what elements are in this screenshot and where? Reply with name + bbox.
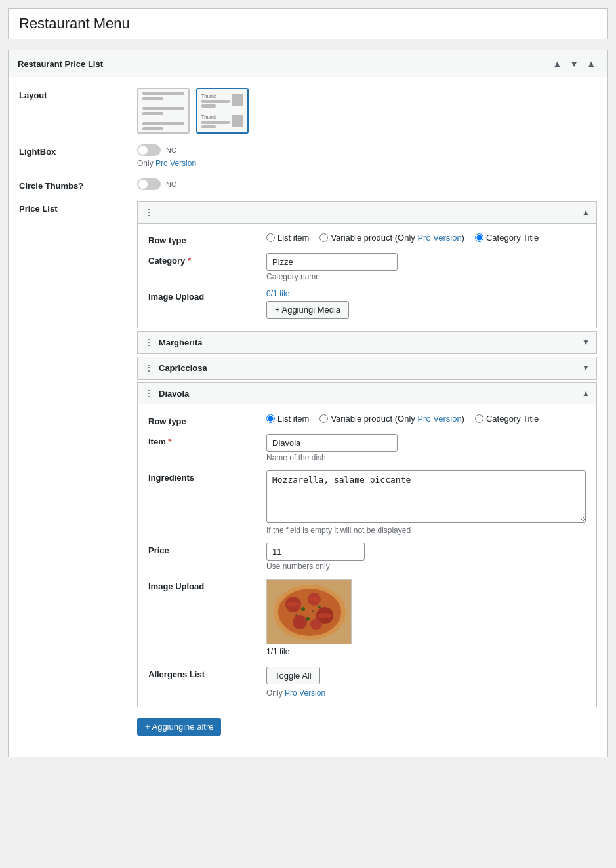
- price-list-items: ⋮ ▲ Row type: [137, 201, 597, 710]
- row-type-4: Row type List item: [148, 414, 586, 426]
- price-helper-4: Use numbers only: [266, 562, 586, 571]
- item-field-4: Item * Name of the dish: [148, 434, 586, 462]
- widget-down-button[interactable]: ▼: [567, 57, 581, 70]
- lightbox-helper: Only Pro Version: [137, 159, 597, 168]
- circle-thumbs-toggle[interactable]: [137, 178, 161, 190]
- pl-item-1-drag-handle[interactable]: ⋮: [144, 207, 154, 218]
- category-label-1: Category *: [148, 253, 266, 266]
- lightbox-toggle[interactable]: [137, 144, 161, 156]
- ingredients-helper-4: If the field is empty it will not be dis…: [266, 526, 586, 535]
- pl-item-1-chevron: ▲: [582, 208, 590, 217]
- radio-group-4: List item Variable product (Only Pro Ver…: [266, 414, 586, 424]
- pl-item-2-drag-handle[interactable]: ⋮: [144, 337, 154, 347]
- category-helper-1: Category name: [266, 272, 586, 281]
- pl-item-3-title: Capricciosa: [159, 363, 207, 373]
- variable-pro-link-1[interactable]: Pro Version: [417, 233, 461, 243]
- pl-item-2-header-left: ⋮ Margherita: [144, 337, 202, 347]
- widget-body: Layout: [9, 77, 607, 757]
- svg-point-15: [312, 610, 314, 612]
- image-upload-field-4: Image Upload: [148, 579, 586, 659]
- ingredients-label-4: Ingredients: [148, 470, 266, 483]
- category-field-1: Category * Category name: [148, 253, 586, 281]
- pl-item-3-header[interactable]: ⋮ Capricciosa ▼: [138, 357, 596, 379]
- toggle-all-button-4[interactable]: Toggle All: [266, 667, 320, 684]
- radio-list-item-1[interactable]: List item: [266, 233, 309, 243]
- layout-options: Thumb Thumb: [137, 88, 597, 134]
- item-input-4[interactable]: [266, 434, 398, 452]
- ingredients-textarea-4[interactable]: Mozzarella, salame piccante: [266, 470, 586, 523]
- ingredients-control-4: Mozzarella, salame piccante If the field…: [266, 470, 586, 535]
- item-control-4: Name of the dish: [266, 434, 586, 462]
- layout-control: Thumb Thumb: [137, 88, 597, 134]
- radio-variable-product-1[interactable]: Variable product (Only Pro Version): [319, 233, 464, 243]
- svg-point-11: [301, 607, 305, 611]
- price-input-4[interactable]: [266, 543, 365, 561]
- price-list-field-row: Price List ⋮ ▲: [19, 201, 597, 736]
- category-input-1[interactable]: [266, 253, 398, 271]
- lightbox-pro-link[interactable]: Pro Version: [155, 159, 196, 168]
- svg-point-8: [287, 602, 300, 607]
- item-label-4: Item *: [148, 434, 266, 446]
- pl-item-4-body: Row type List item: [138, 404, 596, 707]
- price-list-item-1: ⋮ ▲ Row type: [137, 201, 597, 328]
- circle-thumbs-label: Circle Thumbs?: [19, 178, 137, 191]
- radio-category-title-4[interactable]: Category Title: [475, 414, 539, 424]
- pizza-image[interactable]: [266, 579, 352, 644]
- pl-item-3-header-left: ⋮ Capricciosa: [144, 363, 207, 373]
- widget-collapse-button[interactable]: ▲: [584, 57, 598, 70]
- radio-variable-product-4[interactable]: Variable product (Only Pro Version): [319, 414, 464, 424]
- lightbox-toggle-wrap: NO: [137, 144, 597, 156]
- page-title: Restaurant Menu: [19, 15, 597, 32]
- widget-header-controls: ▲ ▼ ▲: [550, 57, 598, 70]
- price-list-item-2: ⋮ Margherita ▼: [137, 331, 597, 354]
- price-field-4: Price Use numbers only: [148, 543, 586, 571]
- pl-item-2-chevron: ▼: [582, 338, 590, 347]
- row-type-label-1: Row type: [148, 233, 266, 245]
- add-more-button[interactable]: + Aggiungine altre: [137, 718, 221, 736]
- radio-category-title-1[interactable]: Category Title: [475, 233, 539, 243]
- svg-point-10: [318, 613, 332, 618]
- lightbox-field-row: LightBox NO Only Pro Version: [19, 144, 597, 168]
- lightbox-toggle-knob: [138, 146, 148, 155]
- allergens-label-4: Allergens List: [148, 667, 266, 679]
- pl-item-4-header[interactable]: ⋮ Diavola ▲: [138, 383, 596, 404]
- variable-pro-link-4[interactable]: Pro Version: [417, 414, 461, 424]
- image-upload-control-1: 0/1 file + Aggiungi Media: [266, 289, 586, 319]
- widget-block: Restaurant Price List ▲ ▼ ▲ Layout: [8, 50, 608, 757]
- radio-list-item-4[interactable]: List item: [266, 414, 309, 424]
- layout-option-2[interactable]: Thumb Thumb: [196, 88, 249, 134]
- layout-option-1[interactable]: [137, 88, 190, 134]
- circle-thumbs-field-row: Circle Thumbs? NO: [19, 178, 597, 191]
- category-control-1: Category name: [266, 253, 586, 281]
- image-upload-label-1: Image Upload: [148, 289, 266, 302]
- price-label-4: Price: [148, 543, 266, 555]
- circle-thumbs-control: NO: [137, 178, 597, 190]
- page-title-bar: Restaurant Menu: [8, 8, 608, 39]
- pl-item-3-drag-handle[interactable]: ⋮: [144, 363, 154, 373]
- item-helper-4: Name of the dish: [266, 453, 586, 462]
- add-more-btn-row: + Aggiungine altre: [137, 710, 597, 736]
- pl-item-2-title: Margherita: [159, 338, 202, 347]
- price-list-label: Price List: [19, 201, 137, 214]
- image-upload-field-1: Image Upload 0/1 file + Aggiungi Media: [148, 289, 586, 319]
- pl-item-1-header-left: ⋮: [144, 207, 154, 218]
- allergens-pro-link-4[interactable]: Pro Version: [285, 688, 325, 698]
- allergens-helper-4: Only Pro Version: [266, 688, 586, 698]
- lightbox-toggle-label: NO: [166, 146, 177, 154]
- price-list-item-4: ⋮ Diavola ▲ Row type: [137, 382, 597, 707]
- widget-up-button[interactable]: ▲: [550, 57, 564, 70]
- allergens-control-4: Toggle All Only Pro Version: [266, 667, 586, 698]
- pl-item-1-header[interactable]: ⋮ ▲: [138, 202, 596, 224]
- row-type-label-4: Row type: [148, 414, 266, 426]
- circle-thumbs-toggle-label: NO: [166, 180, 177, 188]
- add-media-button-1[interactable]: + Aggiungi Media: [266, 301, 349, 319]
- svg-point-14: [295, 614, 298, 617]
- pl-item-1-body: Row type List item: [138, 224, 596, 328]
- price-list-control: ⋮ ▲ Row type: [137, 201, 597, 736]
- allergens-field-4: Allergens List Toggle All Only Pro Versi…: [148, 667, 586, 698]
- pl-item-4-drag-handle[interactable]: ⋮: [144, 388, 154, 399]
- pl-item-4-title: Diavola: [159, 389, 189, 399]
- pl-item-2-header[interactable]: ⋮ Margherita ▼: [138, 332, 596, 353]
- svg-point-13: [306, 617, 310, 621]
- svg-point-7: [310, 618, 322, 630]
